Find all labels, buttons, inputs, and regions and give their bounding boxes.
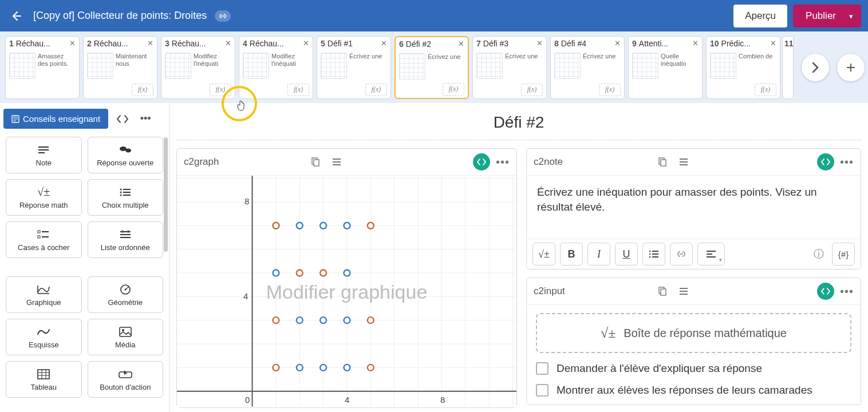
tool-action-button[interactable]: Bouton d'action — [88, 361, 164, 398]
fx-badge[interactable]: f(x) — [755, 84, 776, 96]
copy-icon[interactable] — [654, 283, 670, 299]
slide-title: Réchau... — [16, 39, 67, 48]
code-button[interactable] — [114, 110, 131, 128]
bold-button[interactable]: B — [560, 243, 583, 266]
link-icon[interactable] — [215, 10, 231, 22]
tool-geometry[interactable]: Géométrie — [88, 276, 164, 313]
close-icon[interactable]: ✕ — [536, 39, 543, 47]
fx-badge[interactable]: f(x) — [443, 83, 464, 96]
close-icon[interactable]: ✕ — [614, 39, 621, 47]
menu-icon[interactable] — [676, 154, 692, 170]
close-icon[interactable]: ✕ — [147, 39, 153, 47]
more-icon[interactable]: ••• — [840, 156, 854, 169]
menu-icon[interactable] — [329, 154, 345, 170]
close-icon[interactable]: ✕ — [692, 39, 699, 47]
slide-thumbnail — [399, 53, 425, 80]
slide-tab-2[interactable]: 2Réchau...✕Maintenant nousf(x) — [83, 36, 157, 99]
more-button[interactable]: ••• — [137, 110, 154, 128]
tool-note[interactable]: Note — [6, 137, 82, 173]
slide-tab-10[interactable]: 10Prédic...✕Combien def(x) — [706, 36, 780, 99]
slide-description: Écrivez une — [428, 53, 460, 80]
tool-ordered-list[interactable]: Liste ordonnée — [88, 221, 164, 258]
fx-badge[interactable]: f(x) — [599, 84, 621, 96]
tool-sketch[interactable]: Esquisse — [6, 319, 82, 355]
back-button[interactable] — [7, 7, 25, 25]
fx-badge[interactable]: f(x) — [132, 84, 153, 96]
copy-icon[interactable] — [307, 154, 323, 170]
slides-next-button[interactable] — [802, 54, 829, 81]
close-icon[interactable]: ✕ — [381, 39, 387, 47]
slide-title: Prédic... — [721, 39, 768, 48]
sidebar-scrollbar[interactable] — [164, 137, 168, 252]
svg-point-71 — [344, 365, 350, 371]
fx-badge[interactable]: f(x) — [521, 84, 543, 96]
close-icon[interactable]: ✕ — [69, 39, 76, 47]
slide-number: 10 — [710, 39, 719, 48]
slide-tab-5[interactable]: 5Défi #1✕Écrivez unef(x) — [317, 36, 391, 99]
fx-badge[interactable]: f(x) — [365, 84, 387, 96]
teacher-tips-button[interactable]: Conseils enseignant — [3, 109, 108, 129]
sqrt-icon: √± — [37, 186, 50, 199]
help-icon[interactable]: ⓘ — [814, 247, 824, 261]
slide-tab-7[interactable]: 7Défi #3✕Écrivez unef(x) — [472, 36, 547, 99]
bullet-list-button[interactable] — [642, 243, 665, 266]
preview-button[interactable]: Aperçu — [733, 5, 787, 27]
y-tick-4: 4 — [243, 291, 248, 301]
slide-description: Écrivez une — [583, 53, 616, 80]
script-badge[interactable] — [473, 153, 490, 171]
tool-graph[interactable]: Graphique — [6, 276, 82, 313]
italic-button[interactable]: I — [587, 243, 610, 266]
input-component-name[interactable]: c2input — [534, 286, 648, 297]
menu-icon[interactable] — [676, 283, 692, 299]
tool-open-response[interactable]: Réponse ouverte — [88, 137, 164, 173]
graph-component-name[interactable]: c2graph — [184, 156, 301, 168]
slide-thumbnail — [243, 53, 269, 79]
tool-table[interactable]: Tableau — [6, 361, 82, 398]
fx-badge[interactable]: f(x) — [210, 84, 231, 96]
slide-tab-8[interactable]: 8Défi #4✕Écrivez unef(x) — [550, 36, 625, 99]
add-slide-button[interactable]: + — [837, 54, 865, 81]
more-icon[interactable]: ••• — [496, 156, 510, 169]
slide-tab-4[interactable]: 4Réchau...✕Modifiez l'inéquatif(x) — [239, 36, 313, 99]
slide-tab-1[interactable]: 1Réchau...✕Amassez des points. — [5, 36, 80, 99]
tool-multiple-choice[interactable]: Choix multiple — [88, 179, 164, 216]
svg-point-62 — [320, 223, 326, 229]
note-component-name[interactable]: c2note — [534, 156, 648, 168]
fx-badge[interactable]: f(x) — [287, 84, 309, 96]
note-text[interactable]: Écrivez une inéquation pour amasser des … — [527, 176, 861, 239]
note-icon — [37, 144, 50, 156]
slide-description: Quelle inéquatio — [661, 53, 699, 80]
slide-tab-6[interactable]: 6Défi #2✕Écrivez unef(x) — [394, 36, 469, 99]
publish-button[interactable]: Publier — [793, 5, 861, 27]
tool-media[interactable]: Média — [88, 319, 164, 355]
math-response-box[interactable]: √± Boîte de réponse mathématique — [536, 313, 851, 353]
script-badge[interactable] — [817, 283, 834, 300]
align-button[interactable] — [697, 243, 725, 266]
close-icon[interactable]: ✕ — [225, 39, 231, 47]
page-title[interactable]: Défi #2 — [176, 113, 861, 132]
more-icon[interactable]: ••• — [840, 285, 854, 298]
close-icon[interactable]: ✕ — [770, 39, 776, 47]
slides-strip: 1Réchau...✕Amassez des points.2Réchau...… — [0, 31, 868, 103]
tool-math-response[interactable]: √±Réponse math — [6, 179, 82, 216]
svg-point-79 — [368, 365, 374, 371]
link-button[interactable] — [670, 243, 693, 266]
underline-button[interactable]: U — [615, 243, 638, 266]
close-icon[interactable]: ✕ — [458, 39, 464, 48]
slide-thumbnail — [165, 53, 191, 79]
slide-tab-partial[interactable]: 11 — [782, 36, 794, 99]
slide-tab-3[interactable]: 3Réchau...✕Modifiez l'inéquatif(x) — [161, 36, 235, 99]
show-peers-checkbox[interactable] — [536, 384, 549, 397]
explain-checkbox[interactable] — [536, 362, 549, 375]
close-icon[interactable]: ✕ — [303, 39, 309, 47]
slide-tab-9[interactable]: 9Attenti...✕Quelle inéquatio — [628, 36, 703, 99]
graph-canvas[interactable]: Modifier graphique 8 4 0 4 8 — [177, 176, 516, 407]
script-badge[interactable] — [817, 153, 834, 171]
x-tick-8: 8 — [440, 395, 445, 405]
variable-button[interactable]: {#} — [832, 243, 855, 266]
svg-point-74 — [297, 270, 303, 276]
copy-icon[interactable] — [654, 154, 670, 170]
tool-checkboxes[interactable]: Cases à cocher — [6, 221, 82, 258]
input-component: c2input ••• √± Boîte de réponse mathémat… — [526, 278, 861, 405]
math-insert-button[interactable]: √± — [532, 243, 555, 266]
